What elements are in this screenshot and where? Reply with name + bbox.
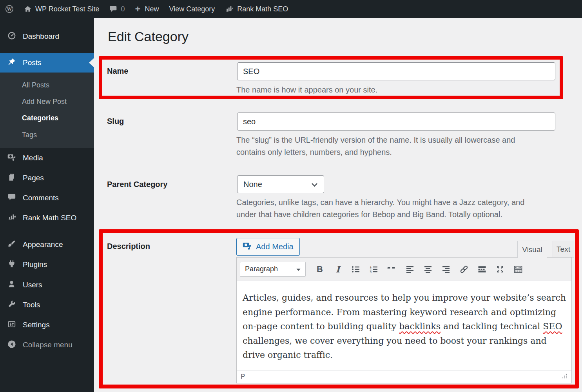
editor-toolbar: Paragraph B I 123 “ — [237, 258, 571, 281]
settings-icon — [7, 320, 16, 330]
slug-help-text: The “slug” is the URL-friendly version o… — [236, 134, 540, 158]
description-textarea[interactable]: Articles, guides, and resources to help … — [237, 281, 571, 370]
rank-math-icon — [225, 5, 234, 13]
submenu-item-add-new-post[interactable]: Add New Post — [0, 93, 94, 110]
view-category-label: View Category — [169, 5, 215, 13]
sidebar-item-label: Comments — [23, 194, 59, 202]
plug-icon — [7, 260, 16, 270]
sidebar-item-rank-math[interactable]: Rank Math SEO — [0, 208, 94, 228]
parent-category-help-text: Categories, unlike tags, can have a hier… — [236, 196, 544, 221]
add-media-button[interactable]: Add Media — [236, 238, 300, 256]
paragraph-format-select[interactable]: Paragraph — [240, 262, 306, 277]
wordpress-admin-page: W WP Rocket Test Site 0 + New View Categ… — [0, 0, 582, 392]
sidebar-item-pages[interactable]: Pages — [0, 168, 94, 188]
view-category-menu[interactable]: View Category — [164, 0, 220, 18]
sidebar-item-media[interactable]: Media — [0, 148, 94, 168]
slug-input[interactable] — [237, 113, 555, 131]
align-left-button[interactable] — [401, 261, 419, 278]
parent-category-selected-value: None — [243, 180, 262, 189]
numbered-list-button[interactable]: 123 — [365, 261, 383, 278]
sidebar-item-posts[interactable]: Posts — [0, 53, 94, 73]
parent-category-select[interactable]: None — [237, 175, 324, 193]
chevron-down-icon — [296, 265, 301, 273]
sidebar-item-label: Collapse menu — [23, 341, 73, 349]
admin-bar: W WP Rocket Test Site 0 + New View Categ… — [0, 0, 582, 18]
pages-icon — [7, 173, 16, 183]
align-right-button[interactable] — [437, 261, 455, 278]
wordpress-logo-icon: W — [5, 5, 14, 13]
sidebar-item-tools[interactable]: Tools — [0, 295, 94, 315]
sidebar-item-appearance[interactable]: Appearance — [0, 235, 94, 254]
tab-text[interactable]: Text — [553, 241, 574, 258]
comments-menu[interactable]: 0 — [104, 0, 130, 18]
sidebar-item-plugins[interactable]: Plugins — [0, 255, 94, 274]
sidebar-item-label: Users — [23, 281, 42, 289]
new-content-menu[interactable]: + New — [130, 0, 164, 18]
new-label: New — [145, 5, 159, 13]
wrench-icon — [7, 300, 16, 310]
misspelled-word: SEO — [543, 321, 562, 331]
sidebar-item-label: Rank Math SEO — [23, 214, 76, 222]
pushpin-icon — [7, 58, 16, 68]
sidebar-item-dashboard[interactable]: Dashboard — [0, 27, 94, 46]
toolbar-toggle-button[interactable] — [509, 261, 527, 278]
element-path: P — [241, 373, 245, 381]
sidebar-item-label: Posts — [23, 58, 42, 67]
tab-visual[interactable]: Visual — [517, 241, 547, 258]
posts-submenu: All Posts Add New Post Categories Tags — [0, 73, 94, 148]
sidebar-item-users[interactable]: Users — [0, 275, 94, 295]
italic-button[interactable]: I — [329, 261, 347, 278]
media-icon — [243, 241, 252, 252]
sidebar-item-label: Pages — [23, 174, 44, 182]
name-label: Name — [107, 67, 128, 76]
svg-text:W: W — [7, 7, 12, 12]
submenu-item-tags[interactable]: Tags — [0, 127, 94, 143]
slug-label: Slug — [107, 117, 124, 126]
admin-sidebar: Dashboard Posts All Posts Add New Post C… — [0, 18, 94, 392]
editor-status-bar: P — [237, 370, 571, 383]
description-label: Description — [107, 242, 150, 251]
site-name-menu[interactable]: WP Rocket Test Site — [19, 0, 104, 18]
submenu-item-all-posts[interactable]: All Posts — [0, 77, 94, 93]
comments-bubble-icon — [109, 5, 117, 13]
name-input[interactable] — [237, 62, 555, 80]
rank-math-menu[interactable]: Rank Math SEO — [220, 0, 293, 18]
blockquote-button[interactable]: “ — [383, 261, 401, 278]
sidebar-item-label: Media — [23, 154, 43, 162]
read-more-button[interactable] — [473, 261, 491, 278]
rank-math-icon — [7, 213, 16, 223]
misspelled-word: backlinks — [399, 321, 441, 331]
resize-grip[interactable] — [561, 373, 567, 381]
home-icon — [24, 5, 32, 13]
plus-icon: + — [135, 4, 140, 14]
description-editor: Paragraph B I 123 “ — [236, 257, 572, 383]
comments-count: 0 — [121, 5, 125, 13]
submenu-item-categories[interactable]: Categories — [0, 110, 94, 126]
sidebar-item-collapse-menu[interactable]: Collapse menu — [0, 335, 94, 355]
name-help-text: The name is how it appears on your site. — [236, 84, 377, 96]
fullscreen-button[interactable] — [491, 261, 509, 278]
sidebar-item-label: Settings — [23, 321, 50, 329]
add-media-label: Add Media — [256, 242, 294, 251]
sidebar-item-label: Tools — [23, 301, 40, 309]
link-button[interactable] — [455, 261, 473, 278]
rank-math-label: Rank Math SEO — [237, 5, 288, 13]
wp-logo-menu[interactable]: W — [0, 0, 19, 18]
brush-icon — [7, 240, 16, 250]
dashboard-icon — [7, 31, 16, 42]
bulleted-list-button[interactable] — [347, 261, 365, 278]
media-icon — [7, 153, 16, 163]
current-menu-arrow — [89, 58, 94, 67]
collapse-arrow-icon — [7, 340, 16, 350]
sidebar-item-settings[interactable]: Settings — [0, 315, 94, 335]
sidebar-item-label: Appearance — [23, 240, 63, 249]
align-center-button[interactable] — [419, 261, 437, 278]
page-title: Edit Category — [108, 29, 189, 44]
comments-icon — [7, 193, 16, 203]
svg-text:3: 3 — [370, 270, 372, 274]
user-icon — [7, 280, 16, 290]
sidebar-item-comments[interactable]: Comments — [0, 188, 94, 208]
sidebar-item-label: Plugins — [23, 260, 47, 269]
bold-button[interactable]: B — [311, 261, 329, 278]
chevron-down-icon — [311, 180, 318, 189]
